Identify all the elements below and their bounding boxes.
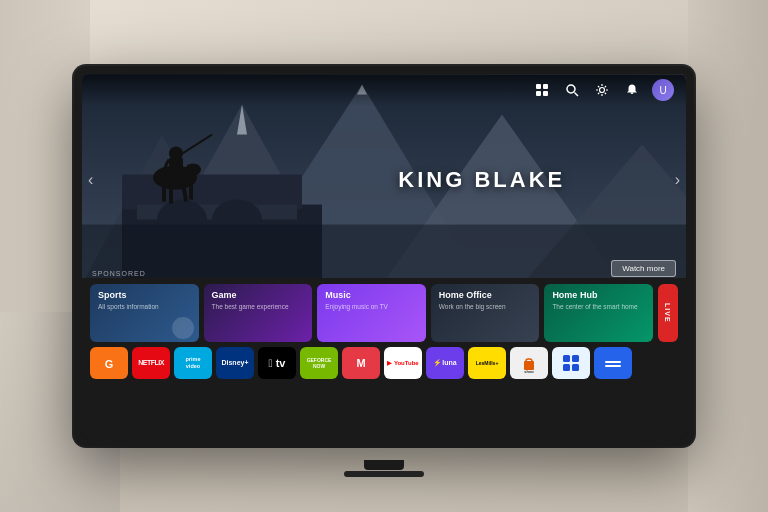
tv-screen: U — [82, 74, 686, 438]
app-mxm[interactable]: M — [342, 347, 380, 379]
search-icon[interactable] — [562, 80, 582, 100]
notification-icon[interactable] — [622, 80, 642, 100]
category-card-game[interactable]: Game The best game experience — [204, 284, 313, 342]
content-area: Sports All sports information Game The b… — [82, 278, 686, 438]
disney-label: Disney+ — [221, 359, 248, 366]
svg-rect-3 — [543, 91, 548, 96]
category-row: Sports All sports information Game The b… — [90, 284, 678, 342]
svg-rect-37 — [560, 352, 582, 374]
tv-base — [344, 471, 424, 477]
svg-rect-43 — [605, 361, 621, 363]
svg-rect-39 — [572, 355, 579, 362]
live-label: LIVE — [664, 303, 671, 323]
sports-card-subtitle: All sports information — [98, 303, 191, 311]
app-apps[interactable] — [552, 347, 590, 379]
lesmills-label: LesMills+ — [476, 360, 499, 366]
svg-rect-21 — [162, 186, 166, 202]
svg-rect-40 — [563, 364, 570, 371]
svg-rect-24 — [189, 184, 193, 200]
svg-rect-44 — [605, 365, 621, 367]
watch-more-button[interactable]: Watch more — [611, 260, 676, 277]
settings-icon[interactable] — [592, 80, 612, 100]
app-more[interactable] — [594, 347, 632, 379]
game-card-subtitle: The best game experience — [212, 303, 305, 311]
music-card-title: Music — [325, 290, 418, 301]
svg-text:G: G — [105, 358, 114, 370]
sponsored-label: SPONSORED — [92, 270, 146, 277]
category-card-music[interactable]: Music Enjoying music on TV — [317, 284, 426, 342]
svg-rect-0 — [536, 84, 541, 89]
grid-icon[interactable] — [532, 80, 552, 100]
app-prime-video[interactable]: primevideo — [174, 347, 212, 379]
music-card-subtitle: Enjoying music on TV — [325, 303, 418, 311]
app-lesmills[interactable]: LesMills+ — [468, 347, 506, 379]
category-card-home-hub[interactable]: Home Hub The center of the smart home — [544, 284, 653, 342]
hero-title: KING BLAKE — [398, 167, 565, 193]
svg-point-6 — [600, 88, 605, 93]
prime-label: primevideo — [186, 356, 201, 369]
sports-card-title: Sports — [98, 290, 191, 301]
game-card-title: Game — [212, 290, 305, 301]
app-geforce-now[interactable]: GEFORCENOW — [300, 347, 338, 379]
svg-rect-1 — [543, 84, 548, 89]
app-disney-plus[interactable]: Disney+ — [216, 347, 254, 379]
svg-point-4 — [567, 85, 575, 93]
tv-frame: U — [74, 66, 694, 446]
svg-rect-26 — [187, 165, 199, 175]
app-apple-tv[interactable]:  tv — [258, 347, 296, 379]
sports-ball-decoration — [172, 317, 194, 339]
hero-prev-button[interactable]: ‹ — [88, 171, 93, 189]
category-card-home-office[interactable]: Home Office Work on the big screen — [431, 284, 540, 342]
luna-label: ⚡luna — [433, 359, 456, 367]
mxm-label: M — [356, 357, 365, 369]
svg-rect-27 — [169, 158, 183, 180]
home-hub-card-subtitle: The center of the smart home — [552, 303, 645, 311]
app-luna[interactable]: ⚡luna — [426, 347, 464, 379]
svg-line-5 — [575, 93, 579, 97]
home-hub-card-title: Home Hub — [552, 290, 645, 301]
app-netflix[interactable]: NETFLIX — [132, 347, 170, 379]
svg-rect-41 — [572, 364, 579, 371]
tv-leg — [364, 460, 404, 470]
netflix-label: NETFLIX — [138, 359, 164, 366]
top-nav: U — [82, 74, 686, 106]
svg-rect-16 — [122, 175, 302, 210]
user-avatar[interactable]: U — [652, 79, 674, 101]
app-shop[interactable]: shop — [510, 347, 548, 379]
youtube-label: ▶ YouTube — [387, 359, 418, 366]
avatar-initial: U — [659, 85, 666, 96]
wall-right — [688, 0, 768, 512]
svg-rect-2 — [536, 91, 541, 96]
app-lg-channels[interactable]: G — [90, 347, 128, 379]
svg-text:shop: shop — [524, 369, 534, 373]
hero-next-button[interactable]: › — [675, 171, 680, 189]
home-office-card-title: Home Office — [439, 290, 532, 301]
apps-row: G NETFLIX primevideo Disney+  tv GEFORC… — [90, 347, 678, 379]
geforce-label: GEFORCENOW — [307, 357, 332, 369]
svg-rect-38 — [563, 355, 570, 362]
svg-rect-22 — [169, 186, 173, 204]
appletv-label:  tv — [269, 357, 286, 369]
category-card-sports[interactable]: Sports All sports information — [90, 284, 199, 342]
home-office-card-subtitle: Work on the big screen — [439, 303, 532, 311]
svg-rect-30 — [82, 225, 686, 285]
live-badge[interactable]: LIVE — [658, 284, 678, 342]
app-youtube[interactable]: ▶ YouTube — [384, 347, 422, 379]
